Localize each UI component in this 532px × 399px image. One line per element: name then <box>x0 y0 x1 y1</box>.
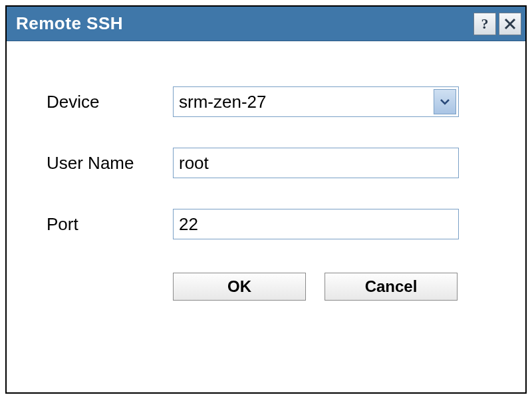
port-label: Port <box>47 214 173 235</box>
cancel-button[interactable]: Cancel <box>325 273 458 301</box>
screen: Remote SSH ? <box>0 0 532 399</box>
help-icon: ? <box>478 16 491 32</box>
close-button[interactable] <box>499 13 521 35</box>
help-button[interactable]: ? <box>473 13 496 35</box>
svg-text:?: ? <box>481 16 489 32</box>
device-value: srm-zen-27 <box>174 87 432 116</box>
dialog-body: Device srm-zen-27 <box>7 41 525 392</box>
device-combobox[interactable]: srm-zen-27 <box>173 86 459 117</box>
username-input[interactable] <box>173 148 459 178</box>
device-dropdown-button[interactable] <box>434 89 456 114</box>
ok-button[interactable]: OK <box>173 273 306 301</box>
device-label: Device <box>47 92 173 112</box>
remote-ssh-dialog: Remote SSH ? <box>5 5 527 394</box>
username-label: User Name <box>47 153 173 174</box>
device-row: Device srm-zen-27 <box>47 86 485 117</box>
close-icon <box>503 17 517 31</box>
username-row: User Name <box>47 148 485 178</box>
dialog-buttons: OK Cancel <box>173 273 485 301</box>
port-input[interactable] <box>173 209 459 239</box>
port-row: Port <box>47 209 485 239</box>
titlebar: Remote SSH ? <box>7 7 525 41</box>
chevron-down-icon <box>440 98 450 106</box>
titlebar-buttons: ? <box>473 13 521 35</box>
dialog-title: Remote SSH <box>16 13 473 34</box>
